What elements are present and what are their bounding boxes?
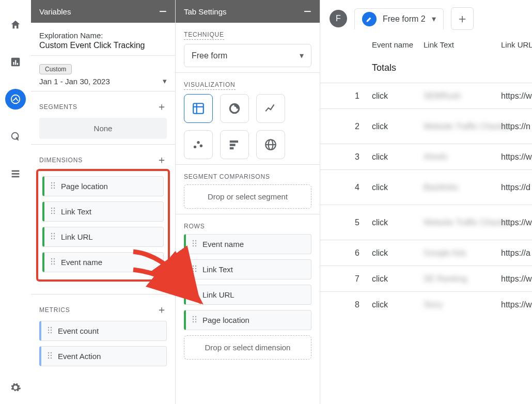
viz-geo[interactable] [256, 130, 285, 159]
row-pill[interactable]: Event name [184, 234, 311, 254]
add-metric-button[interactable]: ＋ [157, 303, 167, 317]
table-row[interactable]: 7clickSE Rankinghttps://w [320, 266, 532, 291]
variables-header: Variables − [31, 0, 175, 23]
table-row[interactable]: 1clickSEMRushhttps://w [320, 83, 532, 108]
grip-icon [48, 327, 53, 335]
cell-event: click [372, 218, 424, 227]
tab-settings-minimize[interactable]: − [304, 5, 311, 18]
exploration-label: Exploration Name: [39, 31, 167, 40]
edit-tab-icon [362, 12, 377, 26]
scope-avatar[interactable]: F [330, 10, 347, 27]
svg-point-26 [54, 238, 55, 239]
dimension-pill[interactable]: Event name [42, 252, 164, 272]
svg-point-68 [193, 271, 194, 272]
table-row[interactable]: 5clickWebsite Traffic Checkerhttps://w [320, 205, 532, 240]
rail-admin[interactable] [5, 377, 26, 398]
svg-point-12 [54, 185, 55, 186]
cell-link-text: Website Traffic Checker [424, 122, 501, 131]
rows-dropzone[interactable]: Drop or select dimension [184, 335, 311, 360]
dimensions-section: DIMENSIONS ＋ Page location Link Text Lin… [31, 145, 175, 294]
svg-point-81 [195, 321, 196, 322]
col-link-text[interactable]: Link Text [424, 40, 501, 49]
metric-text: Event Action [58, 352, 101, 361]
table-row[interactable]: 8clickStoryhttps://w [320, 291, 532, 317]
row-index: 4 [336, 183, 372, 192]
canvas-tab[interactable]: Free form 2 ▾ [354, 8, 444, 29]
viz-donut[interactable] [220, 94, 249, 123]
row-index: 1 [336, 91, 372, 101]
svg-point-34 [51, 327, 52, 328]
segcomp-label: SEGMENT COMPARISONS [184, 173, 311, 180]
dimension-pill[interactable]: Link Text [42, 201, 164, 222]
segcomp-dropzone[interactable]: Drop or select segment [184, 184, 311, 209]
svg-rect-3 [17, 63, 18, 65]
col-link-url[interactable]: Link URL [501, 40, 532, 49]
list-icon [10, 168, 21, 179]
row-pill[interactable]: Page location [184, 310, 311, 330]
bar-chart-icon [10, 56, 21, 68]
viz-line[interactable] [256, 94, 285, 123]
table-row[interactable]: 3clickAhrefshttps://w [320, 144, 532, 169]
cell-url: https://d [501, 183, 532, 192]
globe-icon [264, 138, 277, 151]
tab-settings-title: Tab Settings [184, 7, 227, 16]
dimension-pill[interactable]: Page location [42, 176, 164, 196]
table-row[interactable]: 2clickWebsite Traffic Checkerhttps://n [320, 108, 532, 144]
cell-event: click [372, 122, 424, 131]
metric-pill[interactable]: Event count [39, 321, 167, 341]
exploration-name[interactable]: Custom Event Click Tracking [39, 41, 167, 50]
variables-minimize[interactable]: − [159, 5, 167, 18]
svg-point-16 [54, 208, 55, 209]
technique-select[interactable]: Free form ▾ [184, 44, 311, 67]
add-segment-button[interactable]: ＋ [157, 100, 167, 114]
add-tab-button[interactable]: ＋ [451, 7, 474, 30]
svg-point-41 [48, 355, 49, 356]
svg-point-76 [193, 316, 194, 317]
svg-point-62 [193, 245, 194, 246]
add-dimension-button[interactable]: ＋ [157, 153, 167, 167]
dimension-pill[interactable]: Link URL [42, 227, 164, 247]
home-icon [10, 19, 21, 30]
row-index: 3 [336, 152, 372, 162]
viz-table[interactable] [184, 94, 213, 123]
segments-none[interactable]: None [39, 118, 167, 139]
dropdown-caret-icon[interactable]: ▾ [432, 14, 436, 24]
svg-point-17 [51, 210, 52, 211]
metrics-section: METRICS ＋ Event count Event Action [31, 294, 175, 377]
viz-bar[interactable] [220, 130, 249, 159]
cell-link-text: Backlinks [424, 183, 501, 192]
svg-point-15 [51, 208, 52, 209]
cell-link-text: SEMRush [424, 91, 501, 101]
table-row[interactable]: 4clickBacklinkshttps://d [320, 169, 532, 205]
row-pill[interactable]: Link Text [184, 259, 311, 279]
cell-url: https://w [501, 300, 532, 309]
col-event-name[interactable]: Event name [372, 40, 424, 49]
rows-label: ROWS [184, 223, 311, 230]
svg-point-74 [193, 296, 194, 297]
rail-home[interactable] [5, 14, 26, 35]
svg-point-66 [193, 268, 194, 269]
svg-point-32 [54, 263, 55, 265]
date-range-text: Jan 1 - Jan 30, 2023 [39, 77, 110, 86]
svg-point-37 [48, 332, 49, 333]
grip-icon [48, 352, 53, 361]
row-pill[interactable]: Link URL [184, 285, 311, 305]
metric-text: Event count [58, 327, 99, 335]
row-text: Link URL [202, 290, 234, 299]
svg-rect-53 [230, 144, 235, 146]
rail-advertising[interactable] [5, 126, 26, 147]
svg-point-51 [200, 145, 202, 147]
date-range-section[interactable]: Custom Jan 1 - Jan 30, 2023 ▾ [31, 56, 175, 91]
grip-icon [192, 316, 197, 324]
rail-explore[interactable] [5, 89, 26, 110]
svg-point-69 [195, 271, 196, 272]
svg-point-28 [54, 258, 55, 259]
viz-scatter[interactable] [184, 130, 213, 159]
rail-configure[interactable] [5, 163, 26, 184]
table-row[interactable]: 6clickGoogle Adshttps://a [320, 240, 532, 266]
metric-pill[interactable]: Event Action [39, 346, 167, 366]
svg-point-59 [195, 240, 196, 241]
dropdown-caret-icon: ▾ [300, 51, 304, 60]
bar-icon [228, 138, 241, 151]
rail-reports[interactable] [5, 52, 26, 72]
